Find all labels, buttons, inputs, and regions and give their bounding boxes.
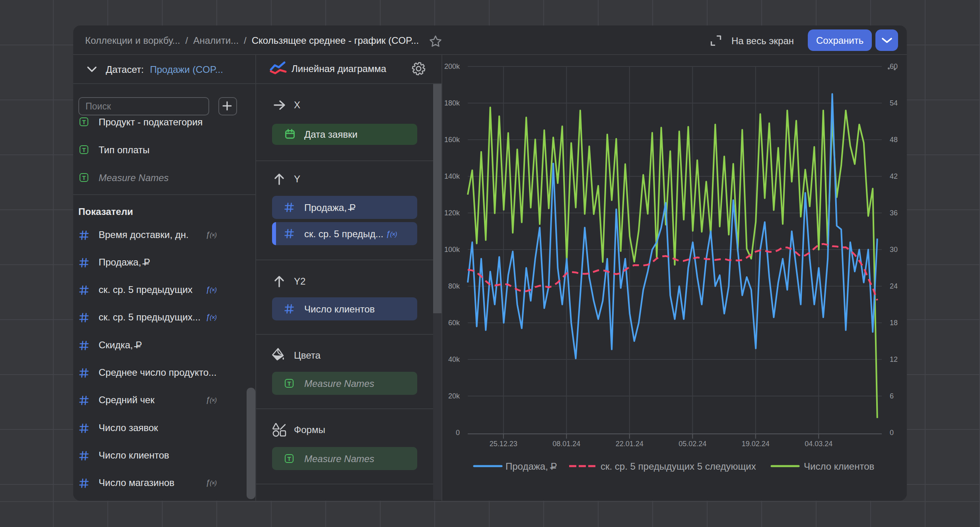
svg-text:140k: 140k [444, 172, 460, 180]
svg-text:100k: 100k [444, 246, 460, 254]
svg-text:36: 36 [890, 209, 898, 217]
svg-text:ск. ср. 5 предыдущих 5 следующ: ск. ср. 5 предыдущих 5 следующих [601, 461, 756, 472]
svg-text:05.02.24: 05.02.24 [679, 440, 706, 448]
svg-text:160k: 160k [444, 136, 460, 144]
svg-text:20k: 20k [448, 392, 460, 400]
svg-text:30: 30 [890, 246, 898, 254]
svg-text:42: 42 [890, 172, 898, 180]
svg-text:18: 18 [890, 319, 898, 327]
svg-text:6: 6 [890, 392, 894, 400]
svg-text:0: 0 [890, 429, 894, 437]
svg-text:22.01.24: 22.01.24 [616, 440, 644, 448]
svg-text:80k: 80k [448, 282, 460, 290]
svg-text:200k: 200k [444, 62, 460, 70]
svg-text:48: 48 [890, 136, 898, 144]
svg-text:04.03.24: 04.03.24 [805, 440, 832, 448]
svg-text:Продажа, Р: Продажа, Р [506, 461, 557, 472]
svg-text:54: 54 [890, 99, 898, 107]
svg-text:40k: 40k [448, 355, 460, 363]
svg-text:08.01.24: 08.01.24 [552, 440, 580, 448]
svg-text:Число клиентов: Число клиентов [804, 461, 874, 472]
svg-text:19.02.24: 19.02.24 [742, 440, 770, 448]
svg-text:60k: 60k [448, 319, 460, 327]
svg-text:24: 24 [890, 282, 898, 290]
svg-text:0: 0 [456, 429, 460, 437]
svg-text:12: 12 [890, 355, 898, 363]
svg-text:180k: 180k [444, 99, 460, 107]
svg-text:25.12.23: 25.12.23 [490, 440, 517, 448]
svg-text:120k: 120k [444, 209, 460, 217]
